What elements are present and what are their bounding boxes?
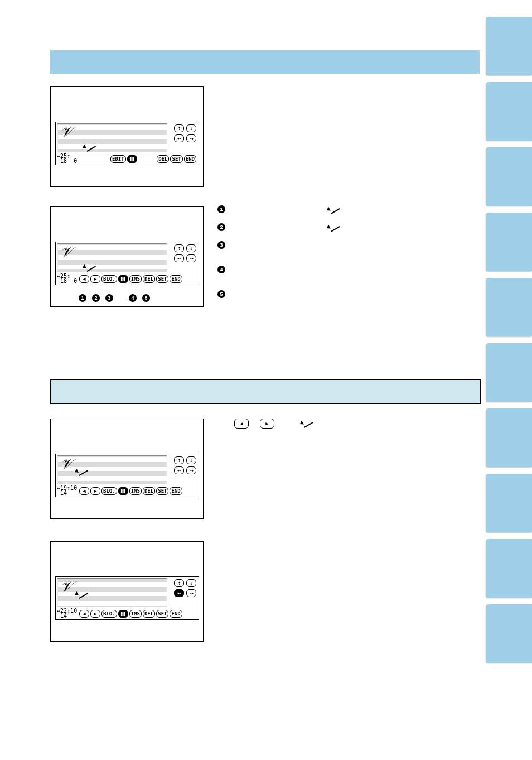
down-button[interactable]: ↓ (186, 579, 196, 587)
ins-button[interactable]: INS (129, 487, 142, 495)
end-button[interactable]: END (170, 275, 182, 283)
up-dotted-button[interactable]: ⇡ (174, 244, 184, 252)
pencil-icon (329, 205, 339, 214)
prev-button[interactable]: ◀ (79, 610, 89, 618)
end-button[interactable]: END (170, 610, 182, 618)
del-button[interactable]: DEL (143, 275, 155, 283)
ins-button[interactable]: INS (129, 275, 142, 283)
section-header-2 (50, 379, 481, 404)
next-button[interactable]: ▶ (90, 275, 100, 283)
end-button[interactable]: END (170, 487, 182, 495)
side-tab[interactable] (486, 474, 532, 532)
del-button[interactable]: DEL (157, 155, 169, 163)
legend-list: 1 2 3 4 5 (217, 205, 474, 308)
left-dotted-button[interactable]: ⇠ (174, 134, 184, 142)
screen-4: 𝒱 ⇡ ↓ ⇠ ⇢ ↔22↕10 14 ◀ ▶ BLO. INS (50, 541, 204, 642)
lcd-canvas: 𝒱 (57, 243, 167, 272)
ins-button[interactable]: INS (129, 610, 142, 618)
right-dotted-button[interactable]: ⇢ (186, 589, 196, 597)
screen-1: 𝒱 ⇡ ↓ ⇠ ⇢ ↔25↕ 18 0 EDIT DEL SE (50, 86, 204, 187)
blo-button[interactable]: BLO. (101, 487, 117, 495)
up-dotted-button[interactable]: ⇡ (174, 456, 184, 464)
set-button[interactable]: SET (156, 275, 168, 283)
pencil-icon (84, 141, 96, 153)
step-instruction: ◀ ▶ (223, 419, 323, 429)
mode-button[interactable] (118, 487, 128, 495)
end-button[interactable]: END (184, 155, 196, 163)
svg-rect-1 (133, 157, 134, 161)
left-dotted-button[interactable]: ⇠ (174, 254, 184, 262)
side-tabs (486, 17, 532, 670)
side-tab[interactable] (486, 82, 532, 141)
mode-button[interactable] (127, 155, 137, 163)
legend-item-3: 3 (217, 241, 474, 251)
legend-item-2: 2 (217, 223, 474, 233)
blo-button[interactable]: BLO. (101, 610, 117, 618)
del-button[interactable]: DEL (143, 610, 155, 618)
stitch-pattern: 𝒱 (60, 245, 70, 259)
right-dotted-button[interactable]: ⇢ (186, 254, 196, 262)
screen-3: 𝒱 ⇡ ↓ ⇠ ⇢ ↔19↕10 14 ◀ ▶ BLO. INS (50, 419, 204, 519)
side-tab[interactable] (486, 17, 532, 75)
left-dotted-button-active[interactable]: ⇠ (174, 589, 184, 597)
stitch-pattern: 𝒱 (60, 125, 70, 140)
set-button[interactable]: SET (170, 155, 182, 163)
prev-button-inline: ◀ (234, 419, 249, 429)
down-button[interactable]: ↓ (186, 124, 196, 132)
pencil-icon (76, 465, 89, 478)
side-tab[interactable] (486, 343, 532, 402)
up-dotted-button[interactable]: ⇡ (174, 124, 184, 132)
up-dotted-button[interactable]: ⇡ (174, 579, 184, 587)
nav-buttons: ⇡ ↓ ⇠ ⇢ (174, 456, 196, 474)
mode-button[interactable] (118, 275, 128, 283)
svg-rect-7 (124, 612, 125, 615)
pencil-icon (84, 261, 96, 273)
set-button[interactable]: SET (156, 610, 168, 618)
side-tab[interactable] (486, 539, 532, 598)
pencil-icon (302, 419, 312, 429)
coordinates: ↔25↕ 18 0 (57, 153, 77, 163)
svg-rect-0 (130, 157, 132, 161)
lcd-display: 𝒱 ⇡ ↓ ⇠ ⇢ ↔25↕ 18 0 EDIT DEL SE (55, 122, 199, 165)
side-tab[interactable] (486, 147, 532, 206)
side-tab[interactable] (486, 278, 532, 336)
del-button[interactable]: DEL (143, 487, 155, 495)
nav-buttons: ⇡ ↓ ⇠ ⇢ (174, 579, 196, 597)
blo-button[interactable]: BLO. (101, 275, 117, 283)
svg-rect-4 (121, 489, 123, 493)
svg-rect-5 (124, 489, 125, 493)
pencil-icon (329, 223, 339, 232)
stitch-pattern: 𝒱 (60, 580, 70, 594)
svg-rect-2 (121, 277, 123, 281)
callout-1: 1 (79, 294, 86, 302)
callout-numbers: 1 2 3 4 5 (79, 294, 150, 302)
side-tab[interactable] (486, 213, 532, 271)
left-dotted-button[interactable]: ⇠ (174, 466, 184, 474)
lcd-canvas: 𝒱 (57, 123, 167, 152)
prev-button[interactable]: ◀ (79, 487, 89, 495)
legend-item-1: 1 (217, 205, 474, 215)
next-button-inline: ▶ (260, 419, 274, 429)
set-button[interactable]: SET (156, 487, 168, 495)
legend-item-5: 5 (217, 290, 474, 300)
side-tab[interactable] (486, 604, 532, 663)
screen-2: 𝒱 ⇡ ↓ ⇠ ⇢ ↔25↕ 18 0 ◀ ▶ BLO. INS (50, 206, 204, 307)
callout-2: 2 (92, 294, 100, 302)
next-button[interactable]: ▶ (90, 610, 100, 618)
svg-rect-3 (124, 277, 125, 281)
down-button[interactable]: ↓ (186, 244, 196, 252)
section-header-1 (50, 50, 480, 74)
mode-button[interactable] (118, 610, 128, 618)
callout-5: 5 (142, 294, 150, 302)
lcd-canvas: 𝒱 (57, 578, 167, 607)
lcd-display: 𝒱 ⇡ ↓ ⇠ ⇢ ↔22↕10 14 ◀ ▶ BLO. INS (55, 576, 199, 620)
stitch-pattern: 𝒱 (60, 457, 70, 472)
edit-button[interactable]: EDIT (110, 155, 126, 163)
down-button[interactable]: ↓ (186, 456, 196, 464)
side-tab[interactable] (486, 408, 532, 467)
svg-rect-6 (121, 612, 123, 615)
right-dotted-button[interactable]: ⇢ (186, 466, 196, 474)
prev-button[interactable]: ◀ (79, 275, 89, 283)
next-button[interactable]: ▶ (90, 487, 100, 495)
right-dotted-button[interactable]: ⇢ (186, 134, 196, 142)
